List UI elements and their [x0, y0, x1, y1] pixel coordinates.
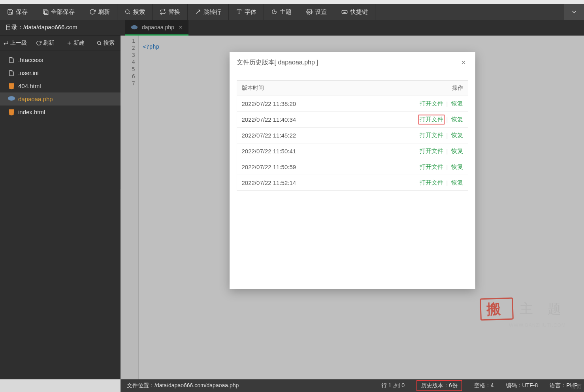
version-time: 2022/07/22 11:52:14: [237, 175, 389, 190]
file-item[interactable]: dapaoaa.php: [0, 92, 121, 106]
new-label: 新建: [73, 40, 85, 47]
font-icon: [236, 9, 242, 15]
php-file-icon: [7, 96, 16, 101]
file-item[interactable]: .htaccess: [0, 53, 121, 66]
html-file-icon: [7, 83, 16, 90]
loc-path: /data/dapao666.com/dapaoaa.php: [154, 382, 239, 388]
editor-area: dapaoaa.php 1234567 <?php 文件历史版本[ dapaoa…: [121, 20, 584, 379]
dir-search-button[interactable]: 搜索: [90, 36, 121, 51]
version-time: 2022/07/22 11:50:41: [237, 144, 389, 158]
file-list: .htaccess.user.ini404.htmldapaoaa.phpind…: [0, 51, 121, 379]
version-row: 2022/07/22 11:50:59打开文件|恢复: [237, 159, 468, 175]
open-file-link[interactable]: 打开文件: [420, 179, 443, 187]
save-all-button[interactable]: 全部保存: [35, 4, 82, 20]
version-row: 2022/07/22 11:50:41打开文件|恢复: [237, 143, 468, 159]
separator: |: [446, 132, 448, 139]
font-label: 字体: [245, 8, 256, 16]
open-file-link[interactable]: 打开文件: [420, 132, 443, 139]
open-file-link[interactable]: 打开文件: [420, 163, 443, 171]
dir-prefix: 目录：: [6, 24, 23, 30]
status-history[interactable]: 历史版本：6份: [416, 380, 462, 391]
open-file-link[interactable]: 打开文件: [420, 116, 443, 123]
page-size-label: 每页: [571, 383, 582, 390]
save-button[interactable]: 保存: [0, 4, 35, 20]
restore-link[interactable]: 恢复: [451, 100, 463, 107]
refresh-icon: [36, 40, 41, 46]
svg-point-16: [97, 41, 100, 44]
file-file-icon: [7, 57, 16, 64]
file-name: index.html: [18, 109, 45, 115]
current-directory: 目录：/data/dapao666.com: [0, 20, 121, 36]
dialog-body: 版本时间 操作 2022/07/22 11:38:20打开文件|恢复2022/0…: [230, 73, 475, 289]
file-item[interactable]: 404.html: [0, 79, 121, 92]
dialog-close-button[interactable]: [459, 58, 468, 67]
version-row: 2022/07/22 11:38:20打开文件|恢复: [237, 96, 468, 112]
search-button[interactable]: 搜索: [117, 4, 153, 20]
version-time: 2022/07/22 11:50:59: [237, 160, 389, 174]
version-row: 2022/07/22 11:52:14打开文件|恢复: [237, 175, 468, 190]
up-label: 上一级: [10, 40, 27, 47]
file-item[interactable]: index.html: [0, 106, 121, 119]
dialog-title: 文件历史版本[ dapaoaa.php ]: [237, 58, 318, 67]
theme-label: 主题: [280, 8, 292, 16]
dialog-header: 文件历史版本[ dapaoaa.php ]: [230, 52, 475, 73]
dir-refresh-button[interactable]: 刷新: [30, 36, 60, 51]
goto-icon: [195, 9, 201, 15]
restore-link[interactable]: 恢复: [451, 147, 463, 155]
shortcuts-label: 快捷键: [350, 8, 368, 16]
separator: |: [446, 164, 448, 170]
restore-link[interactable]: 恢复: [451, 179, 463, 187]
open-file-link[interactable]: 打开文件: [420, 147, 443, 155]
file-item[interactable]: .user.ini: [0, 66, 121, 79]
file-name: .user.ini: [18, 70, 39, 76]
file-file-icon: [7, 70, 16, 77]
restore-link[interactable]: 恢复: [451, 163, 463, 171]
goto-label: 跳转行: [203, 8, 221, 16]
gear-icon: [306, 9, 313, 15]
chevron-down-icon: [571, 8, 578, 15]
separator: |: [446, 148, 448, 155]
toolbar-collapse-toggle[interactable]: [564, 4, 584, 20]
refresh-button[interactable]: 刷新: [82, 4, 117, 20]
main-toolbar: 保存 全部保存 刷新 搜索 替换 跳转行 字体 主题 设置 快捷键: [0, 4, 584, 20]
svg-rect-8: [342, 10, 347, 13]
watermark-sub: WWW.BANZHUTI.COM: [509, 322, 566, 328]
directory-actions: 上一级 刷新 新建 搜索: [0, 36, 121, 51]
goto-line-button[interactable]: 跳转行: [188, 4, 229, 20]
svg-point-2: [126, 10, 129, 13]
search-icon: [96, 40, 102, 46]
svg-rect-0: [43, 10, 47, 13]
workspace: 目录：/data/dapao666.com 上一级 刷新 新建 搜索 .htac…: [0, 20, 584, 379]
col-ops-header: 操作: [436, 81, 468, 96]
plus-icon: [66, 40, 72, 46]
new-file-button[interactable]: 新建: [60, 36, 90, 51]
version-row: 2022/07/22 11:40:34打开文件|恢复: [237, 112, 468, 128]
restore-link[interactable]: 恢复: [451, 116, 463, 123]
up-level-button[interactable]: 上一级: [0, 36, 30, 51]
save-all-label: 全部保存: [51, 8, 75, 16]
settings-button[interactable]: 设置: [299, 4, 334, 20]
search-label: 搜索: [133, 8, 145, 16]
separator: |: [446, 179, 448, 186]
open-file-link[interactable]: 打开文件: [420, 100, 443, 107]
separator: |: [446, 100, 448, 107]
status-bar: 文件位置：/data/dapao666.com/dapaoaa.php 行 1 …: [121, 379, 584, 392]
save-label: 保存: [16, 8, 28, 16]
version-table: 版本时间 操作 2022/07/22 11:38:20打开文件|恢复2022/0…: [237, 80, 468, 191]
version-time: 2022/07/22 11:45:22: [237, 128, 389, 143]
font-button[interactable]: 字体: [229, 4, 264, 20]
replace-button[interactable]: 替换: [153, 4, 188, 20]
dir-path: /data/dapao666.com: [23, 24, 77, 30]
theme-icon: [271, 9, 277, 15]
theme-button[interactable]: 主题: [264, 4, 299, 20]
col-time-header: 版本时间: [237, 81, 436, 96]
version-row: 2022/07/22 11:45:22打开文件|恢复: [237, 128, 468, 143]
watermark: 主 题: [480, 298, 567, 320]
keyboard-icon: [341, 9, 348, 15]
restore-link[interactable]: 恢复: [451, 132, 463, 139]
search-icon: [124, 9, 131, 15]
shortcuts-button[interactable]: 快捷键: [334, 4, 375, 20]
file-name: .htaccess: [18, 57, 43, 63]
history-dialog: 文件历史版本[ dapaoaa.php ] 版本时间 操作 2022/07/22…: [230, 52, 475, 289]
save-all-icon: [42, 9, 49, 15]
